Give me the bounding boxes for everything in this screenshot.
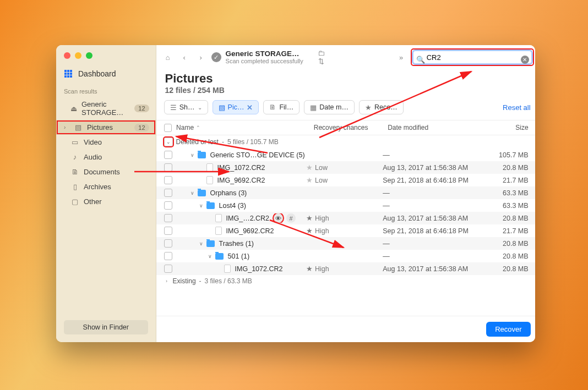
other-label: Other: [84, 197, 102, 206]
filter-file-button[interactable]: 🗎 Fil…: [263, 100, 300, 114]
filter-date-button[interactable]: ▦ Date m…: [304, 100, 355, 114]
filter-recovery-button[interactable]: ★ Reco…: [359, 100, 404, 114]
file-rows: ∨Generic STO…GE DEVICE (5)—105.7 MBIMG_1…: [156, 149, 535, 275]
group-deleted-row[interactable]: ⌄ Deleted or lost - 5 files / 105.7 MB: [156, 135, 535, 149]
back-icon[interactable]: ‹: [178, 53, 190, 62]
table-row[interactable]: IMG_…2.CR2👁#★HighAug 13, 2017 at 1:56:38…: [156, 212, 535, 224]
row-name: Lost4 (3): [219, 202, 246, 210]
table-row[interactable]: IMG_9692.CR2★LowSep 21, 2018 at 6:46:18 …: [156, 174, 535, 186]
table-row[interactable]: ∨Trashes (1)—20.8 MB: [156, 237, 535, 250]
select-all-checkbox[interactable]: [164, 124, 172, 132]
sidebar-item-video[interactable]: ▭ Video: [56, 135, 156, 150]
chevron-down-icon[interactable]: ∨: [190, 190, 195, 196]
row-size: 20.8 MB: [487, 215, 531, 222]
table-header: Name ⌃ Recovery chances Date modified Si…: [156, 120, 535, 135]
drive-icon: ⏏: [70, 105, 77, 113]
main-panel: ⌂ ‹ › ✓ Generic STORAGE… Scan completed …: [156, 45, 535, 342]
row-date: Aug 13, 2017 at 1:56:38 AM: [383, 215, 487, 222]
row-date: Sep 21, 2018 at 6:46:18 PM: [383, 177, 487, 184]
table-row[interactable]: IMG_1072.CR2★HighAug 13, 2017 at 1:56:38…: [156, 262, 535, 275]
sidebar-item-storage[interactable]: ⏏ Generic STORAGE… 12: [56, 97, 156, 120]
close-window-button[interactable]: [64, 52, 70, 59]
column-name-label: Name: [176, 124, 194, 131]
sidebar-item-dashboard[interactable]: Dashboard: [56, 66, 156, 85]
row-checkbox[interactable]: [164, 265, 172, 273]
pictures-label: Pictures: [87, 123, 113, 131]
table-row[interactable]: ∨Lost4 (3)—63.3 MB: [156, 199, 535, 212]
sidebar-item-pictures[interactable]: › ▧ Pictures 12: [56, 120, 156, 135]
filter-file-label: Fil…: [279, 103, 293, 111]
row-checkbox[interactable]: [164, 227, 172, 235]
group-existing-row[interactable]: › Existing - 3 files / 63.3 MB: [156, 275, 535, 287]
row-size: 21.7 MB: [487, 227, 531, 235]
calendar-icon: ▦: [310, 103, 317, 112]
sidebar-item-documents[interactable]: 🗎 Documents: [56, 164, 156, 179]
image-icon: ▧: [219, 103, 225, 112]
row-checkbox[interactable]: [164, 214, 172, 222]
folder-toggle-icon[interactable]: 🗀 ⇅: [315, 49, 328, 65]
table-row[interactable]: IMG_1072.CR2★LowAug 13, 2017 at 1:56:38 …: [156, 161, 535, 174]
show-in-finder-button[interactable]: Show in Finder: [64, 320, 148, 334]
table-row[interactable]: ∨Orphans (3)—63.3 MB: [156, 186, 535, 199]
row-checkbox[interactable]: [164, 151, 172, 159]
page-heading: Pictures 12 files / 254 MB: [156, 69, 535, 100]
column-recovery[interactable]: Recovery chances: [314, 124, 388, 131]
column-date[interactable]: Date modified: [388, 124, 488, 131]
search-input[interactable]: [413, 51, 532, 64]
sidebar-section-label: Scan results: [56, 85, 156, 97]
filter-show-label: Sh…: [179, 103, 195, 111]
remove-filter-icon[interactable]: ✕: [247, 103, 253, 112]
home-icon[interactable]: ⌂: [162, 53, 174, 62]
scan-complete-icon: ✓: [211, 52, 221, 62]
sidebar-item-audio[interactable]: ♪ Audio: [56, 150, 156, 164]
filter-pic-label: Pic…: [228, 103, 244, 111]
column-name[interactable]: Name ⌃: [176, 124, 314, 131]
column-size[interactable]: Size: [488, 124, 531, 131]
preview-icon[interactable]: 👁: [274, 213, 283, 223]
row-checkbox[interactable]: [164, 201, 172, 210]
filter-show-button[interactable]: ☰ Sh… ⌄: [164, 100, 208, 114]
table-row[interactable]: IMG_9692.CR2★HighSep 21, 2018 at 6:46:18…: [156, 224, 535, 237]
chevron-down-icon[interactable]: ∨: [199, 241, 204, 246]
sidebar-item-archives[interactable]: ▯ Archives: [56, 179, 156, 194]
row-size: 21.7 MB: [487, 177, 531, 184]
row-size: 20.8 MB: [487, 240, 531, 248]
row-recovery: ★Low: [306, 176, 383, 184]
chevron-down-icon[interactable]: ∨: [190, 152, 195, 158]
table-row[interactable]: ∨Generic STO…GE DEVICE (5)—105.7 MB: [156, 149, 535, 161]
row-date: —: [383, 151, 487, 159]
row-size: 105.7 MB: [487, 151, 531, 159]
table-row[interactable]: ∨501 (1)—20.8 MB: [156, 250, 535, 262]
row-checkbox[interactable]: [164, 239, 172, 248]
row-name: IMG_1072.CR2: [217, 164, 265, 172]
recover-button[interactable]: Recover: [486, 322, 530, 337]
video-icon: ▭: [70, 138, 79, 146]
sidebar-item-other[interactable]: ▢ Other: [56, 194, 156, 209]
row-checkbox[interactable]: [164, 163, 172, 172]
row-checkbox[interactable]: [164, 252, 172, 260]
chevron-right-icon: ›: [64, 124, 69, 130]
row-checkbox[interactable]: [164, 176, 172, 184]
chevron-down-icon[interactable]: ∨: [208, 254, 213, 259]
image-icon: ▧: [74, 123, 83, 131]
group-expand-toggle[interactable]: ⌄: [164, 138, 173, 146]
star-icon: ★: [306, 176, 313, 184]
chevron-down-icon[interactable]: ∨: [199, 203, 204, 208]
document-icon: 🗎: [70, 168, 79, 176]
minimize-window-button[interactable]: [75, 52, 81, 59]
search-box: 🔍 ✕: [413, 53, 532, 62]
row-size: 63.3 MB: [487, 202, 531, 210]
filter-pictures-chip[interactable]: ▧ Pic… ✕: [213, 100, 259, 114]
more-icon[interactable]: »: [395, 53, 407, 62]
reset-all-link[interactable]: Reset all: [503, 103, 531, 112]
hex-icon[interactable]: #: [286, 213, 296, 223]
audio-icon: ♪: [70, 153, 79, 161]
forward-icon[interactable]: ›: [195, 53, 207, 62]
folder-icon: [198, 152, 206, 158]
group-deleted-meta: 5 files / 105.7 MB: [227, 138, 279, 146]
clear-search-icon[interactable]: ✕: [521, 56, 529, 64]
row-date: —: [383, 252, 487, 260]
row-checkbox[interactable]: [164, 189, 172, 197]
maximize-window-button[interactable]: [86, 52, 92, 59]
row-recovery: ★High: [306, 227, 383, 235]
